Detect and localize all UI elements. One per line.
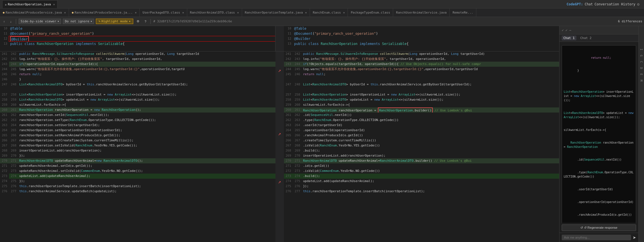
diff-arrow-icon-2: ↗ (278, 131, 281, 137)
ln-right: 268 (9, 143, 18, 148)
ln-right2: 275 (293, 179, 302, 184)
send-btn[interactable]: ➤ (633, 235, 636, 240)
plus-icon[interactable]: ✓ (562, 28, 564, 32)
code-line-row: 10 @Table (0, 26, 275, 31)
code-line-row: 11 @Document("primary_ranch_user_operati… (284, 31, 559, 36)
ln-right: 268 (284, 148, 293, 153)
ln-right: 260 (9, 102, 18, 107)
check-icon[interactable]: ✓ (565, 28, 567, 32)
ln-right2: 263 (293, 118, 302, 123)
ln-left: 242 (0, 57, 9, 62)
code-content: }); (18, 179, 275, 184)
maven-icon[interactable]: M (640, 80, 643, 81)
chat-tab-1[interactable]: Chat 1 (562, 36, 576, 40)
settings-btn[interactable]: ⚙ (135, 19, 141, 24)
diff-row-273: 272 273 updateRanchUserAnimal.setIsValid… (0, 168, 275, 174)
regenerate-btn[interactable]: ↺ ↺ Regenerate response (562, 224, 636, 231)
file-tab-8[interactable]: RemoteRe... (450, 8, 476, 17)
conversation-history-tab-top[interactable]: Conversation History (595, 2, 636, 6)
diff-row-right-268: 268 269 .build(); (284, 148, 559, 153)
code-content: List<RanchUserAnimalDTO> byUserId = this… (18, 82, 275, 87)
ln-right2: 261 (293, 107, 302, 113)
ignore-dropdown[interactable]: Do not ignore ▾ (63, 19, 94, 24)
file-tab-close-1[interactable]: ✕ (135, 11, 137, 14)
prev-diff-btn[interactable]: ↑ (2, 19, 7, 24)
ln-right: 274 (9, 174, 18, 179)
right-gutter: I G C D E M (638, 26, 644, 242)
modified-dot-1 (72, 12, 74, 14)
chevron-down-icon-2: ▾ (91, 20, 92, 23)
msg-line-9: .operationUserId(operationUserId) (564, 200, 634, 204)
view-mode-dropdown[interactable]: Side-by-side viewer ▾ (19, 19, 61, 24)
ln-right2: 269 (293, 148, 302, 153)
left-diff-panel: 241 242 public RanchMessage.SilkwormInfo… (0, 51, 275, 242)
diff-row-259: 259 260 silkwormList.forEach(o->{ (0, 102, 275, 107)
diff-row-242: 242 243 log.info("牧场蚕茧: {}, 操作用户: {}开始收集… (0, 57, 275, 62)
code-content: log.info("牧场蚕茧: {}, 操作用户: {}开始收集蚕茧", tar… (18, 57, 275, 62)
msg-line-3: List<RanchUserAnimalDTO> updateList = ne… (564, 111, 634, 119)
diff-row-268: 267 268 ranchUserOperation.setIsValid(Ra… (0, 143, 275, 148)
file-tab-1[interactable]: RanchAnimalProduceService.ja... ✕ (69, 8, 140, 17)
code-content: log.warn("牧场蚕茧不允许你友收集,operationUserId:{}… (302, 67, 559, 72)
file-tab-close-5[interactable]: ✕ (343, 11, 345, 14)
codegpt-input[interactable] (562, 235, 631, 240)
settings-gear-icon[interactable]: ⚙ (637, 2, 639, 7)
main-file-tab[interactable]: ☕ RanchUserOperation.java ✕ (2, 0, 57, 8)
code-line-row: 12 @Builder (284, 36, 559, 41)
tab-close-btn[interactable]: ✕ (53, 3, 55, 6)
file-tab-close-3[interactable]: ✕ (237, 11, 239, 14)
ln-right: 269 (9, 148, 18, 153)
msg-line-7: .type(RanchEnum.OperationType.COLLECTION… (564, 170, 634, 179)
diff-row-right-276: 276 277 this.ranchUserOperationTemplate.… (284, 189, 559, 194)
code-content: List<RanchUserOperation> insertOperation… (302, 92, 559, 97)
diff-row-246: 246 } (0, 77, 275, 82)
ln-left: 246 (0, 77, 9, 82)
file-tab-label-2: UserPackageDTO.class (143, 11, 180, 14)
file-icon: ☕ (5, 3, 7, 6)
intellij-icon[interactable]: I (640, 49, 643, 50)
help-btn[interactable]: ? (143, 19, 148, 24)
highlight-btn[interactable]: ✎ Highlight mode ▾ (96, 19, 133, 24)
diff-row-right-274: 274 275 updateList.add(updateRanchUserAn… (284, 179, 559, 184)
ln-left: 267 (0, 143, 9, 148)
diff-row-right-257: 257 258 List<RanchUserOperation> insertO… (284, 92, 559, 97)
file-tab-close-0[interactable]: ✕ (64, 11, 66, 14)
ln-right2 (293, 77, 302, 82)
code-content: log.info("牧场蚕茧: {}, 操作用户: {}开始收集蚕茧", tar… (302, 57, 559, 62)
file-tab-5[interactable]: RanchEnum.class ✕ (310, 8, 348, 17)
ln-right2: 266 (293, 133, 302, 138)
ln-right: 266 (9, 133, 18, 138)
ln-right: 265 (9, 128, 18, 133)
ln-left: 245 (0, 72, 9, 77)
file-tab-6[interactable]: PackageTypeEnum.class (348, 8, 393, 17)
line-number: 13 (0, 41, 9, 46)
diff-row-266: 265 266 ranchUserOperation.setRanchAnima… (0, 133, 275, 138)
file-tab-4[interactable]: RanchUserOperationTemplate.java ✕ (242, 8, 310, 17)
diff-row-269: 268 269 insertOperationList.add(ranchUse… (0, 148, 275, 153)
chat-tab-2[interactable]: Chat 2 (579, 36, 593, 40)
file-tab-7[interactable]: RanchUserAnimalService.java (393, 8, 450, 17)
file-tab-3[interactable]: RanchUserAnimalDTO.class ✕ (187, 8, 242, 17)
code-content: updateList.add(updateRanchUserAnimal); (302, 179, 559, 184)
file-tab-label-1: RanchAnimalProduceService.ja... (75, 11, 133, 14)
builder-annotation: @Builder (10, 36, 29, 41)
diff-row-267: 266 267 ranchUserOperation.setCreateTime… (0, 138, 275, 143)
chat-tab-top[interactable]: Chat (585, 2, 593, 6)
ln-left: 264 (0, 128, 9, 133)
diff-row-right-260: 260 261 RanchUserOperation ranchUserOper… (284, 107, 559, 113)
file-tab-close-2[interactable]: ✕ (182, 11, 184, 14)
github-copilot-icon[interactable]: G (640, 55, 643, 57)
next-diff-btn[interactable]: ↓ (8, 19, 14, 24)
diff-row-right-243: 243 244 if(!Objects.equals(targetUserId,… (284, 62, 559, 67)
codegpt-side-icon[interactable]: C (640, 61, 643, 63)
ln-right: 273 (284, 174, 293, 179)
file-tab-close-4[interactable]: ✕ (305, 11, 307, 14)
ln-right2: 277 (293, 189, 302, 194)
code-content-modified-right-3: RanchUserAnimalDTO updateRanchUserAnimal… (302, 158, 559, 163)
file-tab-0[interactable]: RanchAnimalProduceService.java ✕ (0, 8, 69, 17)
endpoints-icon[interactable]: E (640, 74, 643, 75)
database-icon[interactable]: D (640, 67, 643, 69)
file-tab-label-4: RanchUserOperationTemplate.java (245, 11, 303, 14)
minus-icon[interactable]: − (569, 28, 571, 32)
file-tab-2[interactable]: UserPackageDTO.class ✕ (140, 8, 187, 17)
